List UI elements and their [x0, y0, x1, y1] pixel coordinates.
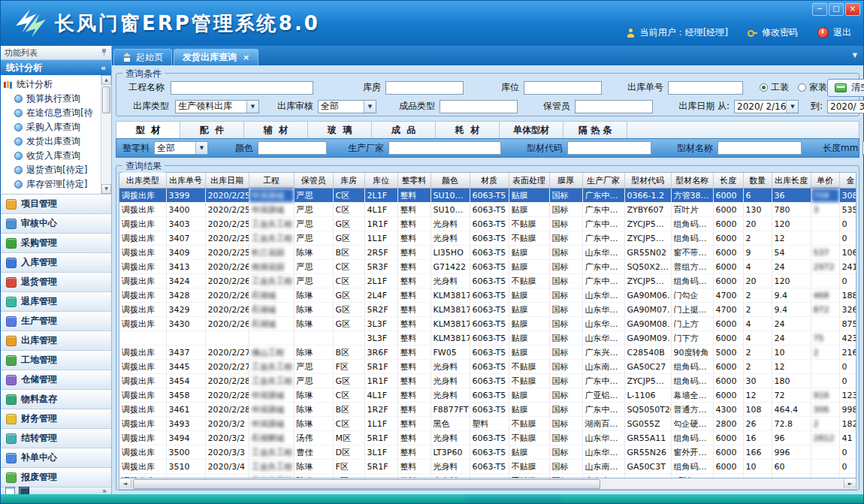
sidebar-tree-item[interactable]: 采购入库查询 — [4, 120, 101, 134]
clear-conditions-button[interactable]: 清空条件 — [827, 79, 864, 97]
table-row[interactable]: 调拨出库34302020/2/26石湖城陈琳G区3L3F整料KLM3817606… — [119, 317, 856, 331]
table-row[interactable]: 调拨出库34372020/2/27佛山工程陈琳B区3R6F整料FW056063-… — [119, 346, 856, 360]
column-header[interactable]: 材质 — [470, 173, 509, 189]
material-tab[interactable]: 单体型材 — [500, 122, 563, 138]
out-type-select[interactable]: 生产领料出库 ▼ — [175, 100, 259, 113]
maximize-button[interactable]: □ — [829, 3, 844, 16]
sidebar-tree-item[interactable]: 收货入库查询 — [4, 149, 101, 163]
pin-icon[interactable] — [101, 49, 107, 56]
table-row[interactable]: 调拨出库34542020/2/28工业共工程严思G区1R1F整料光身料6063-… — [119, 374, 856, 388]
tree-scrollbar[interactable]: ▲ ▼ — [101, 75, 111, 194]
sidebar-panel[interactable]: 退货管理 — [1, 273, 111, 292]
column-header[interactable]: 出库单号 — [166, 173, 205, 189]
location-input[interactable] — [524, 81, 602, 95]
column-header[interactable]: 单价 — [811, 173, 839, 189]
sidebar-panel[interactable]: 仓储管理 — [1, 370, 111, 390]
radio-jiazhuang[interactable] — [798, 83, 806, 92]
horizontal-scrollbar[interactable]: ◄ ► — [119, 478, 856, 490]
sidebar-tree-item[interactable]: 发货出库查询 — [4, 134, 101, 149]
scroll-left-icon[interactable]: ◄ — [119, 479, 131, 488]
audit-select[interactable]: 全部 ▼ — [318, 100, 376, 113]
tab-shipping-outbound-query[interactable]: 发货出库查询 × — [174, 49, 258, 65]
table-row[interactable]: 3L3F整料KLM38176063-T5贴膜国标山东华…GA90M09…门下方6… — [119, 331, 856, 346]
warehouse-input[interactable] — [385, 81, 464, 95]
column-header[interactable]: 型材代码 — [624, 173, 671, 189]
table-row[interactable]: 调拨出库34582020/2/28华润源城陈琳C区4L1F整料光身料6063-T… — [119, 388, 856, 403]
sidebar-panel[interactable]: 入库管理 — [1, 253, 111, 273]
table-row[interactable]: 调拨出库34132020/2/26南湖花园严思C区5R3F整料G71422606… — [119, 260, 856, 274]
manufacturer-input[interactable] — [388, 141, 501, 155]
tab-home[interactable]: 起始页 — [113, 49, 172, 65]
scroll-thumb[interactable] — [133, 479, 600, 489]
material-tab[interactable]: 配 件 — [180, 122, 244, 138]
minimize-button[interactable]: − — [812, 3, 827, 16]
scroll-thumb[interactable] — [102, 86, 110, 113]
tree-root-statistics[interactable]: 统计分析 — [4, 77, 101, 92]
collapse-chevron-icon[interactable]: « — [101, 63, 106, 73]
table-row[interactable]: 调拨出库34292020/2/26石湖城陈琳G区5R2F整料KLM3817606… — [119, 303, 856, 317]
table-row[interactable]: 调拨出库34032020/2/25工业共工程严思G区1R1F整料光身料6063-… — [119, 217, 856, 231]
material-tab[interactable]: 辅 材 — [244, 122, 308, 138]
close-icon[interactable]: × — [243, 53, 249, 62]
scroll-right-icon[interactable]: ► — [844, 479, 856, 488]
sidebar-panel[interactable]: 项目管理 — [1, 195, 111, 214]
table-row[interactable]: 调拨出库34282020/2/26石湖城陈琳G区2L4F整料KLM3817606… — [119, 288, 856, 303]
material-tab[interactable]: 耗 材 — [436, 122, 500, 138]
sidebar-panel[interactable]: 审核中心 — [1, 214, 111, 234]
table-row[interactable]: 调拨出库34452020/2/27工业共工程严思F区5R1F整料光身料6063-… — [119, 360, 856, 374]
sidebar-panel[interactable]: 补单中心 — [1, 448, 111, 468]
change-password-link[interactable]: 修改密码 — [762, 26, 798, 39]
scroll-down-icon[interactable]: ▼ — [101, 184, 111, 194]
project-name-input[interactable] — [171, 81, 313, 95]
close-button[interactable]: × — [845, 3, 860, 16]
column-header[interactable]: 整零料 — [397, 173, 430, 189]
product-type-input[interactable] — [440, 100, 518, 113]
table-row[interactable]: 调拨出库34092020/2/25长江花园陈琳B区2R5F整料LI35HO606… — [119, 246, 856, 260]
column-header[interactable]: 出库日期 — [205, 173, 249, 189]
sidebar-panel[interactable]: 退库管理 — [1, 292, 111, 312]
profile-code-input[interactable] — [567, 141, 651, 155]
sidebar-panel[interactable]: 结转管理 — [1, 429, 111, 448]
sidebar-panel[interactable]: 报废管理 — [1, 468, 111, 487]
logout-button[interactable]: 退出 — [833, 26, 851, 39]
profile-name-input[interactable] — [717, 141, 802, 155]
table-row[interactable]: 调拨出库34242020/2/26工业共工程严思C区2L1F整料光身料6063-… — [119, 274, 856, 288]
whole-piece-select[interactable]: 全部 ▼ — [154, 141, 208, 155]
material-tab[interactable]: 型 材 — [116, 122, 180, 138]
column-header[interactable]: 数量 — [743, 173, 772, 189]
date-from-picker[interactable]: 2020/ 2/16 ▼ — [734, 100, 799, 113]
keeper-input[interactable] — [575, 100, 653, 113]
table-row[interactable]: 调拨出库35002020/3/3工业共工程曹佳D区3L1F整料LT3P60606… — [119, 445, 856, 460]
table-row[interactable]: 调拨出库34932020/3/2华润源城陈琳C区1L1F整料黑色塑料不贴膜国标湖… — [119, 417, 856, 431]
column-header[interactable]: 出库类型 — [119, 173, 166, 189]
sidebar-tree-item[interactable]: 库存管理[待定] — [4, 177, 101, 192]
sidebar-panel[interactable]: 财务管理 — [1, 409, 111, 429]
scroll-up-icon[interactable]: ▲ — [101, 75, 111, 85]
column-header[interactable]: 表面处理 — [509, 173, 549, 189]
date-to-picker[interactable]: 2020/ 3/16 ▼ — [827, 100, 864, 113]
column-header[interactable]: 生产厂家 — [582, 173, 624, 189]
column-header[interactable]: 长度 — [713, 173, 743, 189]
column-header[interactable]: 型材名称 — [671, 173, 713, 189]
table-row[interactable]: 调拨出库34072020/2/25工业共工程严思G区1L1F整料光身料6063-… — [119, 231, 856, 246]
sidebar-panel[interactable]: 工地管理 — [1, 351, 111, 370]
sidebar-tree-item[interactable]: 在途信息查询[待 — [4, 106, 101, 120]
column-header[interactable]: 颜色 — [430, 173, 470, 189]
tab-list-dropdown-icon[interactable]: ▼ — [853, 52, 857, 59]
sidebar-section-statistics[interactable]: 统计分析 « — [1, 60, 111, 75]
table-row[interactable]: 调拨出库34942020/3/2石湖辉城汤伟M区5R1F整料光身料6063-T5… — [119, 431, 856, 445]
sidebar-tree-item[interactable]: 退货查询[待定] — [4, 163, 101, 177]
column-header[interactable]: 库房 — [333, 173, 364, 189]
column-header[interactable]: 库位 — [364, 173, 397, 189]
material-tab[interactable]: 成 品 — [372, 122, 436, 138]
sidebar-panel[interactable]: 采购管理 — [1, 234, 111, 253]
sidebar-panel[interactable]: 生产管理 — [1, 312, 111, 331]
sidebar-tree-item[interactable]: 预算执行查询 — [4, 92, 101, 106]
column-header[interactable]: 工程 — [249, 173, 294, 189]
table-row[interactable]: 调拨出库34612020/2/28华润源城陈琳B区1R2F整料F8877FT60… — [119, 403, 856, 417]
material-tab[interactable]: 玻 璃 — [308, 122, 372, 138]
order-no-input[interactable] — [668, 81, 743, 95]
column-header[interactable]: 膜厚 — [549, 173, 582, 189]
column-header[interactable]: 保管员 — [294, 173, 333, 189]
sidebar-panel[interactable]: 出库管理 — [1, 331, 111, 351]
